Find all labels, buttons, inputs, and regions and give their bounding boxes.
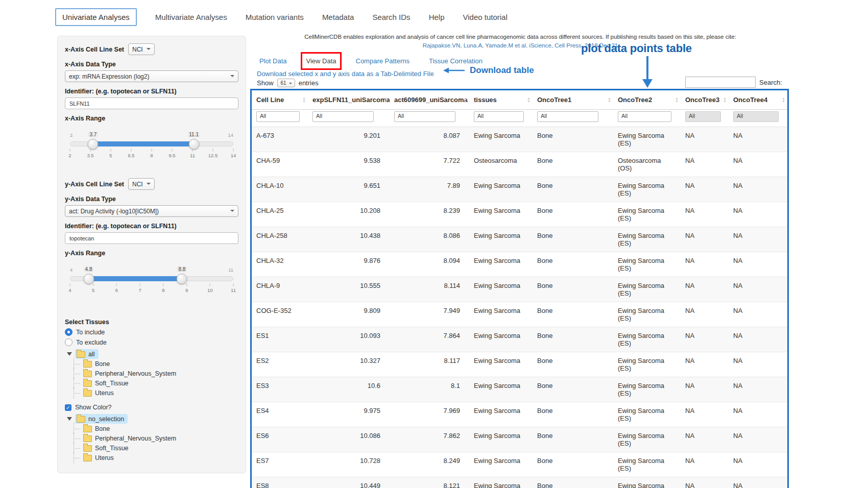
y-cell-line-set-select[interactable]: NCI bbox=[128, 178, 155, 190]
x-identifier-input[interactable] bbox=[65, 97, 238, 109]
y-identifier-input[interactable] bbox=[65, 232, 238, 244]
tree-expander-icon[interactable] bbox=[67, 417, 72, 421]
nav-item-video-tutorial[interactable]: Video tutorial bbox=[463, 13, 507, 21]
sort-icon[interactable]: ▲▼ bbox=[608, 97, 611, 103]
table-cell: 8.117 bbox=[390, 352, 469, 377]
tree-item-bone[interactable]: Bone bbox=[72, 359, 238, 369]
entries-select[interactable]: 61 bbox=[277, 79, 295, 87]
tab-plot-data[interactable]: Plot Data bbox=[259, 57, 286, 65]
tree-expander-icon[interactable] bbox=[67, 352, 72, 356]
table-cell: Ewing Sarcoma (ES) bbox=[613, 427, 681, 452]
table-cell: Ewing Sarcoma bbox=[469, 427, 533, 452]
y-range-handle-low[interactable] bbox=[83, 274, 94, 284]
citation-link[interactable]: Rajapakse.VN, Luna.A, Yamade.M et al. iS… bbox=[250, 41, 790, 50]
nav-item-multivariate-analyses[interactable]: Multivariate Analyses bbox=[155, 13, 227, 21]
table-row[interactable]: ES310.68.1Ewing SarcomaBoneEwing Sarcoma… bbox=[252, 377, 787, 402]
table-cell: Ewing Sarcoma bbox=[469, 252, 533, 277]
exclude-radio[interactable] bbox=[65, 338, 73, 346]
column-header-label: act609699_uniSarcoma bbox=[394, 96, 468, 104]
table-row[interactable]: CHLA-2510.2088.239Ewing SarcomaBoneEwing… bbox=[252, 202, 787, 227]
table-row[interactable]: COG-E-3529.8097.949Ewing SarcomaBoneEwin… bbox=[252, 302, 787, 327]
sort-icon[interactable]: ▲▼ bbox=[723, 97, 727, 103]
tree-item-peripheral-nervous-system[interactable]: Peripheral_Nervous_System bbox=[72, 369, 238, 378]
x-data-type-select[interactable]: exp: mRNA Expression (log2) bbox=[65, 70, 238, 82]
table-cell: 8.1 bbox=[390, 377, 469, 402]
column-filter-oncotree3[interactable]: All bbox=[685, 111, 721, 122]
column-filter-cell-line[interactable]: All bbox=[256, 111, 300, 122]
sort-icon[interactable]: ▲▼ bbox=[302, 97, 306, 103]
y-range-handle-high[interactable] bbox=[177, 274, 187, 284]
table-cell: Bone bbox=[533, 152, 613, 177]
sort-icon[interactable]: ▲▼ bbox=[782, 97, 785, 103]
search-input[interactable] bbox=[685, 77, 756, 88]
y-axis-range-slider[interactable]: 4114.88.84567891011 bbox=[70, 268, 233, 299]
sort-icon[interactable]: ▲▼ bbox=[675, 97, 679, 103]
table-cell: 9.975 bbox=[308, 402, 390, 427]
column-filter-oncotree1[interactable]: All bbox=[537, 111, 598, 122]
column-header-oncotree2[interactable]: OncoTree2▲▼ bbox=[613, 90, 681, 110]
table-row[interactable]: CHLA-329.8768.094Ewing SarcomaBoneEwing … bbox=[252, 252, 787, 277]
table-row[interactable]: CHA-599.5387.722OsteosarcomaBoneOsteosar… bbox=[252, 152, 787, 177]
column-header-tissues[interactable]: tissues▲▼ bbox=[469, 90, 533, 110]
sort-icon[interactable]: ▲▼ bbox=[464, 97, 467, 103]
column-filter-oncotree2[interactable]: All bbox=[618, 111, 671, 122]
sort-icon[interactable]: ▲▼ bbox=[384, 97, 388, 103]
column-header-act609699-unisarcoma[interactable]: act609699_uniSarcoma▲▼ bbox=[390, 90, 469, 110]
column-filter-act609699-unisarcoma[interactable]: All bbox=[394, 111, 455, 122]
slider-selected-bar[interactable] bbox=[89, 276, 182, 281]
table-row[interactable]: ES610.0867.862Ewing SarcomaBoneEwing Sar… bbox=[252, 427, 787, 452]
sort-icon[interactable]: ▲▼ bbox=[527, 97, 531, 103]
nav-item-univariate-analyses[interactable]: Univariate Analyses bbox=[55, 8, 137, 26]
table-cell: 7.864 bbox=[390, 327, 469, 352]
y-data-type-select[interactable]: act: Drug Activity (-log10[IC50M]) bbox=[65, 205, 238, 217]
tree-item-peripheral-nervous-system[interactable]: Peripheral_Nervous_System bbox=[72, 433, 238, 443]
table-cell: Ewing Sarcoma bbox=[469, 227, 533, 252]
table-row[interactable]: ES710.7288.249Ewing SarcomaBoneEwing Sar… bbox=[252, 452, 787, 477]
column-header-label: OncoTree2 bbox=[618, 96, 652, 104]
slider-tick-label: 11 bbox=[190, 153, 195, 158]
column-filter-expslfn11-unisarcoma[interactable]: All bbox=[312, 111, 374, 122]
tree-root-all[interactable]: all bbox=[75, 349, 99, 359]
x-axis-range-slider[interactable]: 2143.711.123.556.589.51112.514 bbox=[70, 133, 233, 164]
table-cell: ES8 bbox=[252, 477, 308, 488]
tab-view-data[interactable]: View Data bbox=[306, 57, 336, 65]
slider-tick-label: 2 bbox=[68, 153, 71, 158]
tree-root-no-selection[interactable]: no_selection bbox=[75, 414, 128, 424]
x-range-handle-low[interactable] bbox=[88, 139, 99, 150]
table-row[interactable]: ES210.3278.117Ewing SarcomaBoneEwing Sar… bbox=[252, 352, 787, 377]
include-radio[interactable] bbox=[65, 328, 73, 336]
column-header-oncotree3[interactable]: OncoTree3▲▼ bbox=[681, 90, 729, 110]
folder-icon bbox=[83, 371, 92, 377]
tree-item-uterus[interactable]: Uterus bbox=[72, 388, 238, 398]
column-filter-oncotree4[interactable]: All bbox=[733, 111, 779, 122]
x-cell-line-set-select[interactable]: NCI bbox=[128, 43, 155, 55]
nav-item-help[interactable]: Help bbox=[429, 13, 445, 21]
show-color-checkbox[interactable]: ✓ bbox=[65, 404, 71, 411]
table-row[interactable]: ES810.4498.121Ewing SarcomaBoneEwing Sar… bbox=[252, 477, 787, 488]
slider-selected-bar[interactable] bbox=[93, 141, 194, 147]
column-header-oncotree1[interactable]: OncoTree1▲▼ bbox=[533, 90, 613, 110]
column-filter-tissues[interactable]: All bbox=[474, 111, 524, 122]
x-range-handle-high[interactable] bbox=[188, 139, 199, 150]
table-row[interactable]: ES49.9757.969Ewing SarcomaBoneEwing Sarc… bbox=[252, 402, 787, 427]
tab-compare-patterns[interactable]: Compare Patterns bbox=[356, 57, 410, 65]
table-row[interactable]: ES110.0937.864Ewing SarcomaBoneEwing Sar… bbox=[252, 327, 787, 352]
tree-item-uterus[interactable]: Uterus bbox=[72, 453, 238, 462]
column-header-cell-line[interactable]: Cell Line▲▼ bbox=[252, 90, 308, 110]
table-row[interactable]: CHLA-109.6517.89Ewing SarcomaBoneEwing S… bbox=[252, 177, 787, 202]
x-range-label: x-Axis Range bbox=[65, 115, 238, 122]
table-row[interactable]: CHLA-910.5558.114Ewing SarcomaBoneEwing … bbox=[252, 277, 787, 302]
tree-item-soft-tissue[interactable]: Soft_Tissue bbox=[72, 378, 238, 388]
tree-item-bone[interactable]: Bone bbox=[72, 424, 238, 433]
tree-item-soft-tissue[interactable]: Soft_Tissue bbox=[72, 443, 238, 453]
nav-item-metadata[interactable]: Metadata bbox=[322, 13, 354, 21]
column-header-oncotree4[interactable]: OncoTree4▲▼ bbox=[729, 90, 787, 110]
table-cell: 7.969 bbox=[390, 402, 469, 427]
tab-tissue-correlation[interactable]: Tissue Correlation bbox=[429, 57, 483, 65]
column-header-expslfn11-unisarcoma[interactable]: expSLFN11_uniSarcoma▲▼ bbox=[308, 90, 390, 110]
download-link[interactable]: Download selected x and y axis data as a… bbox=[257, 70, 434, 78]
nav-item-search-ids[interactable]: Search IDs bbox=[372, 13, 410, 21]
nav-item-mutation-variants[interactable]: Mutation variants bbox=[246, 13, 304, 21]
table-row[interactable]: CHLA-25810.4388.086Ewing SarcomaBoneEwin… bbox=[252, 227, 787, 252]
table-row[interactable]: A-6739.2018.087Ewing SarcomaBoneEwing Sa… bbox=[252, 127, 787, 152]
